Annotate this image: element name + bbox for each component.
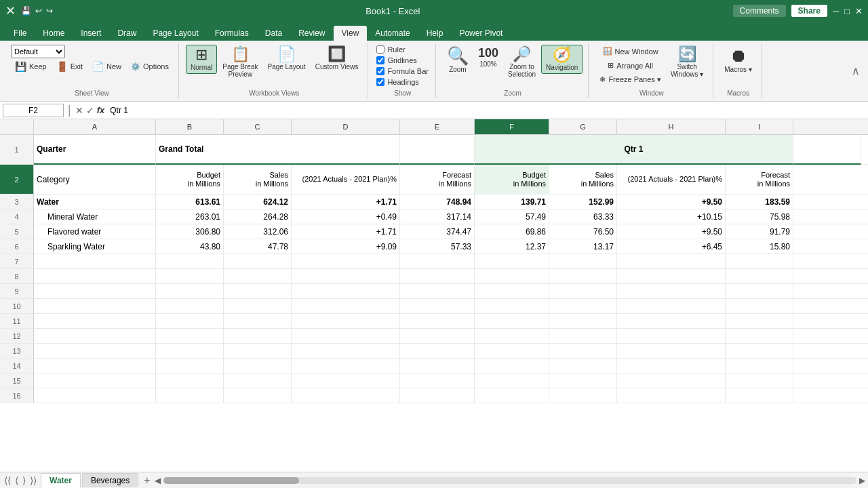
sheet-view-dropdown[interactable]: Default — [11, 45, 65, 58]
cell-c4[interactable]: 264.28 — [224, 209, 292, 224]
new-window-button[interactable]: 🪟 New Window — [595, 45, 665, 58]
cell-a4[interactable]: Mineral Water — [34, 209, 156, 224]
row-num-5[interactable]: 5 — [0, 224, 34, 239]
zoom-selection-button[interactable]: 🔎 Zoom to Selection — [504, 45, 540, 80]
cell-e4[interactable]: 317.14 — [400, 209, 475, 224]
sheet-tab-beverages[interactable]: Beverages — [82, 473, 138, 487]
gridlines-checkbox[interactable]: Gridlines — [375, 56, 418, 65]
zoom-button[interactable]: 🔍 Zoom — [443, 45, 473, 75]
cell-d3[interactable]: +1.71 — [292, 195, 400, 209]
row-num-4[interactable]: 4 — [0, 209, 34, 224]
cell-a1[interactable]: Quarter — [34, 135, 156, 165]
cell-g5[interactable]: 76.50 — [549, 224, 617, 239]
macros-button[interactable]: ⏺ Macros ▾ — [720, 45, 756, 75]
close-button[interactable]: ✕ — [855, 6, 863, 16]
tab-automate[interactable]: Automate — [367, 26, 418, 41]
cell-h2[interactable]: (2021 Actuals - 2021 Plan)% — [617, 165, 726, 195]
cell-d1[interactable] — [400, 135, 475, 165]
formula-bar-checkbox[interactable]: Formula Bar — [375, 66, 430, 76]
cell-c6[interactable]: 47.78 — [224, 239, 292, 253]
cell-i5[interactable]: 91.79 — [726, 224, 793, 239]
row-num-3[interactable]: 3 — [0, 195, 34, 209]
cell-h6[interactable]: +6.45 — [617, 239, 726, 253]
tab-home[interactable]: Home — [35, 26, 73, 41]
row-num-10[interactable]: 10 — [0, 299, 34, 314]
cell-d2[interactable]: (2021 Actuals - 2021 Plan)% — [292, 165, 400, 195]
tab-view[interactable]: View — [334, 26, 368, 41]
share-button[interactable]: Share — [791, 5, 827, 17]
col-header-f[interactable]: F — [475, 119, 549, 134]
cell-b2[interactable]: Budget in Millions — [156, 165, 224, 195]
tab-file[interactable]: File — [5, 26, 35, 41]
tab-last-button[interactable]: ⟩⟩ — [28, 475, 38, 486]
horizontal-scrollbar[interactable] — [163, 477, 856, 484]
cell-e5[interactable]: 374.47 — [400, 224, 475, 239]
cell-d4[interactable]: +0.49 — [292, 209, 400, 224]
row-num-16[interactable]: 16 — [0, 388, 34, 403]
cell-a2[interactable]: Category — [34, 165, 156, 195]
scroll-left-button[interactable]: ◀ — [155, 476, 161, 485]
tab-help[interactable]: Help — [418, 26, 452, 41]
page-break-preview-button[interactable]: 📋 Page Break Preview — [218, 45, 262, 80]
tab-review[interactable]: Review — [290, 26, 333, 41]
col-header-e[interactable]: E — [400, 119, 475, 134]
cell-a3[interactable]: Water — [34, 195, 156, 209]
tab-power-pivot[interactable]: Power Pivot — [451, 26, 511, 41]
row-num-6[interactable]: 6 — [0, 239, 34, 254]
cell-b3[interactable]: 613.61 — [156, 195, 224, 209]
cell-f6[interactable]: 12.37 — [475, 239, 549, 253]
cell-i1[interactable] — [793, 135, 861, 165]
tab-prev-button[interactable]: ⟨ — [14, 475, 20, 486]
col-header-h[interactable]: H — [617, 119, 726, 134]
cell-g2[interactable]: Sales in Millions — [549, 165, 617, 195]
cell-e6[interactable]: 57.33 — [400, 239, 475, 253]
page-layout-button[interactable]: 📄 Page Layout — [263, 45, 309, 73]
formula-input[interactable] — [107, 106, 865, 115]
ribbon-collapse-button[interactable]: ∧ — [852, 64, 860, 77]
row-num-13[interactable]: 13 — [0, 344, 34, 359]
cell-f5[interactable]: 69.86 — [475, 224, 549, 239]
cell-b1[interactable]: Grand Total — [156, 135, 400, 165]
cell-b5[interactable]: 306.80 — [156, 224, 224, 239]
arrange-all-button[interactable]: ⊞ Arrange All — [595, 59, 665, 72]
col-header-a[interactable]: A — [34, 119, 156, 134]
col-header-c[interactable]: C — [224, 119, 292, 134]
cell-g4[interactable]: 63.33 — [549, 209, 617, 224]
cell-i4[interactable]: 75.98 — [726, 209, 793, 224]
cell-f4[interactable]: 57.49 — [475, 209, 549, 224]
minimize-button[interactable]: ─ — [833, 6, 839, 16]
new-sheet-view-button[interactable]: 📄 New — [88, 60, 125, 73]
tab-next-button[interactable]: ⟩ — [21, 475, 27, 486]
cell-b6[interactable]: 43.80 — [156, 239, 224, 253]
cell-g6[interactable]: 13.17 — [549, 239, 617, 253]
exit-button[interactable]: 🚪 Exit — [52, 60, 87, 73]
zoom-100-button[interactable]: 100 100% — [474, 45, 502, 70]
row-num-14[interactable]: 14 — [0, 359, 34, 373]
col-header-b[interactable]: B — [156, 119, 224, 134]
freeze-panes-button[interactable]: ❄ Freeze Panes ▾ — [595, 73, 665, 86]
cell-a5[interactable]: Flavored water — [34, 224, 156, 239]
col-header-g[interactable]: G — [549, 119, 617, 134]
cell-i6[interactable]: 15.80 — [726, 239, 793, 253]
col-header-i[interactable]: I — [726, 119, 793, 134]
row-num-12[interactable]: 12 — [0, 329, 34, 344]
cell-c5[interactable]: 312.06 — [224, 224, 292, 239]
insert-function-button[interactable]: fx — [97, 105, 105, 115]
maximize-button[interactable]: □ — [844, 6, 850, 16]
tab-page-layout[interactable]: Page Layout — [144, 26, 206, 41]
tab-draw[interactable]: Draw — [109, 26, 144, 41]
tab-insert[interactable]: Insert — [73, 26, 109, 41]
cell-g3[interactable]: 152.99 — [549, 195, 617, 209]
cell-a6[interactable]: Sparkling Water — [34, 239, 156, 253]
cell-h3[interactable]: +9.50 — [617, 195, 726, 209]
row-num-15[interactable]: 15 — [0, 373, 34, 388]
ruler-checkbox[interactable]: Ruler — [375, 45, 406, 54]
switch-windows-button[interactable]: 🔄 Switch Windows ▾ — [667, 45, 707, 80]
tab-data[interactable]: Data — [257, 26, 290, 41]
options-button[interactable]: ⚙️ Options — [127, 60, 173, 73]
keep-button[interactable]: 💾 Keep — [11, 60, 51, 73]
cell-c3[interactable]: 624.12 — [224, 195, 292, 209]
row-num-2[interactable]: 2 — [0, 165, 34, 195]
headings-checkbox[interactable]: Headings — [375, 77, 420, 87]
cell-i2[interactable]: Forecast in Millions — [726, 165, 793, 195]
